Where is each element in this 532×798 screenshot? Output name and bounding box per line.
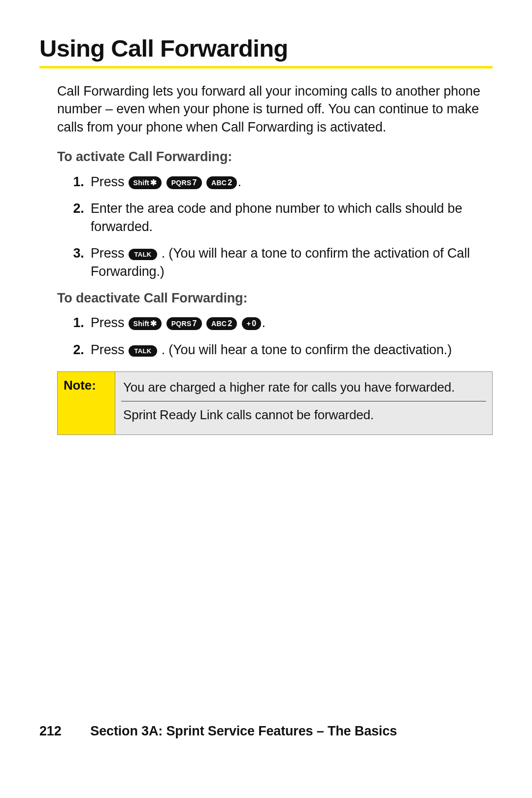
activate-steps: Press Shift✱ PQRS7 ABC2. Enter the area … bbox=[57, 173, 493, 280]
key-shift-star-icon: Shift✱ bbox=[129, 317, 162, 330]
step-text: Press bbox=[91, 246, 124, 261]
key-abc-2-icon: ABC2 bbox=[206, 176, 237, 189]
step-period: . bbox=[237, 174, 241, 189]
note-label: Note: bbox=[58, 372, 115, 435]
note-line-1: You are charged a higher rate for calls … bbox=[121, 377, 486, 401]
deactivate-step-1: Press Shift✱ PQRS7 ABC2 +0. bbox=[88, 314, 493, 332]
step-text: Press bbox=[91, 342, 124, 357]
page-number: 212 bbox=[39, 724, 87, 739]
body-content: Call Forwarding lets you forward all you… bbox=[39, 68, 493, 435]
step-text: Press bbox=[91, 174, 124, 189]
note-line-2: Sprint Ready Link calls cannot be forwar… bbox=[121, 404, 486, 429]
key-pqrs-7-icon: PQRS7 bbox=[166, 317, 202, 330]
key-talk-icon: TALK bbox=[129, 345, 158, 357]
activate-heading: To activate Call Forwarding: bbox=[57, 148, 493, 166]
key-shift-star-icon: Shift✱ bbox=[129, 176, 162, 189]
key-pqrs-7-icon: PQRS7 bbox=[166, 176, 202, 189]
manual-page: Using Call Forwarding Call Forwarding le… bbox=[0, 0, 532, 798]
page-footer: 212 Section 3A: Sprint Service Features … bbox=[39, 724, 397, 739]
section-label: Section 3A: Sprint Service Features – Th… bbox=[90, 724, 397, 738]
step-period: . bbox=[262, 315, 265, 330]
page-title: Using Call Forwarding bbox=[39, 34, 493, 68]
key-plus-0-icon: +0 bbox=[242, 317, 262, 330]
note-content: You are charged a higher rate for calls … bbox=[115, 372, 493, 435]
activate-step-1: Press Shift✱ PQRS7 ABC2. bbox=[88, 173, 493, 191]
step-rest: . (You will hear a tone to confirm the d… bbox=[162, 342, 452, 357]
activate-step-2: Enter the area code and phone number to … bbox=[88, 200, 493, 235]
deactivate-heading: To deactivate Call Forwarding: bbox=[57, 289, 493, 307]
step-text: Press bbox=[91, 315, 124, 330]
deactivate-step-2: Press TALK . (You will hear a tone to co… bbox=[88, 341, 493, 359]
note-box: Note: You are charged a higher rate for … bbox=[57, 371, 493, 435]
deactivate-steps: Press Shift✱ PQRS7 ABC2 +0. Press TALK .… bbox=[57, 314, 493, 359]
activate-step-3: Press TALK . (You will hear a tone to co… bbox=[88, 244, 493, 280]
intro-paragraph: Call Forwarding lets you forward all you… bbox=[57, 82, 493, 136]
key-talk-icon: TALK bbox=[129, 249, 158, 260]
key-abc-2-icon: ABC2 bbox=[206, 317, 237, 330]
